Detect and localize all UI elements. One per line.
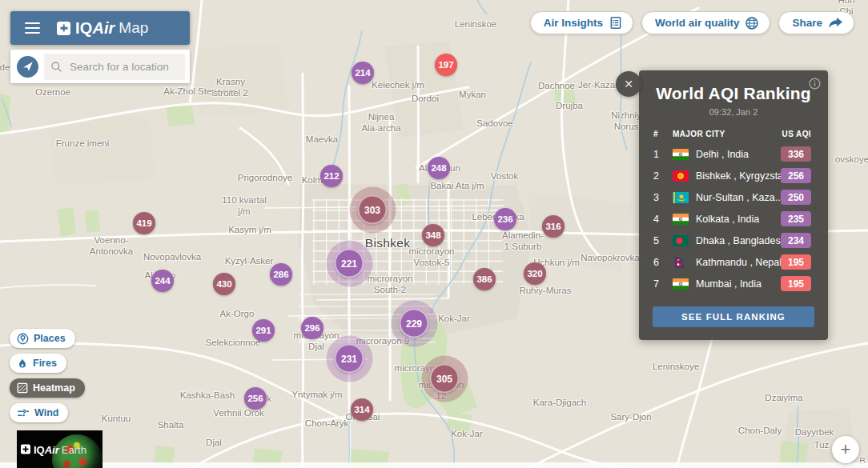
iqair-map-app: Hun ChiKairmaLeninskoeOzernoeAk-Zhol Ste… (0, 0, 868, 468)
heatmap-icon (17, 382, 28, 394)
wind-icon (17, 408, 30, 418)
map-attribution-bar (0, 462, 868, 468)
search-input[interactable] (68, 60, 179, 74)
locate-me-button[interactable] (17, 56, 38, 78)
aqi-station-marker[interactable]: 256 (244, 387, 267, 410)
aqi-badge: 250 (781, 190, 811, 205)
column-aqi: US AQI (782, 130, 811, 138)
ranking-column-headers: # MAJOR CITY US AQI (653, 130, 811, 138)
air-insights-button[interactable]: Air Insights (530, 11, 633, 34)
rank-number: 4 (653, 214, 673, 225)
search-field (44, 54, 185, 80)
aqi-station-marker[interactable]: 305 (430, 364, 460, 394)
zoom-in-button[interactable]: + (832, 436, 859, 463)
globe-icon (745, 16, 759, 30)
list-icon (609, 16, 622, 30)
earth-brand-air: Air (45, 443, 59, 455)
brand-suffix: Map (119, 19, 148, 37)
iqair-earth-logo: IQAir Earth (21, 443, 86, 455)
column-rank: # (653, 130, 673, 138)
ranking-row[interactable]: 1Delhi , India336 (639, 143, 828, 165)
aqi-station-marker[interactable]: 221 (335, 249, 364, 278)
rank-number: 6 (653, 257, 673, 268)
brand-prefix: IQ (75, 19, 93, 38)
heatmap-button-label: Heatmap (33, 382, 75, 394)
aqi-station-marker[interactable]: 430 (213, 273, 235, 295)
wind-button[interactable]: Wind (10, 403, 68, 422)
panel-close-icon[interactable]: ✕ (616, 71, 641, 97)
aqi-station-marker[interactable]: 231 (335, 344, 364, 374)
ranking-row[interactable]: 7Mumbai , India195 (639, 273, 828, 294)
share-button[interactable]: Share (778, 11, 854, 34)
iqair-earth-preview[interactable]: IQAir Earth (17, 430, 102, 468)
aqi-station-marker[interactable]: 214 (352, 62, 374, 84)
aqi-station-marker[interactable]: 248 (428, 157, 450, 179)
ranking-row[interactable]: 2Bishkek , Kyrgyzstan256 (639, 165, 828, 186)
aqi-badge: 336 (781, 146, 811, 162)
ranking-row[interactable]: 6Kathmandu , Nepal195 (639, 251, 828, 273)
hamburger-menu-icon[interactable] (25, 19, 40, 37)
aqi-station-marker[interactable]: 348 (422, 224, 444, 246)
app-header: IQAir Map (10, 11, 190, 45)
fires-button[interactable]: Fires (10, 354, 66, 373)
aqi-badge: 256 (781, 168, 811, 183)
india-flag-icon (673, 149, 689, 160)
world-aqi-ranking-panel: World AQI Ranking 09:32, Jan 2 # MAJOR C… (639, 70, 828, 340)
air-insights-button-label: Air Insights (544, 17, 603, 29)
column-city: MAJOR CITY (673, 130, 782, 138)
flame-icon (17, 358, 28, 370)
navigation-arrow-icon (22, 60, 34, 73)
aqi-station-marker[interactable]: 419 (133, 212, 155, 234)
aqi-station-marker[interactable]: 296 (301, 317, 323, 339)
city-name: Kolkata , India (696, 214, 781, 225)
iqair-plus-icon (57, 22, 70, 35)
aqi-station-marker[interactable]: 314 (351, 398, 373, 421)
info-icon[interactable] (809, 78, 821, 92)
share-button-label: Share (792, 17, 822, 29)
places-button[interactable]: Places (10, 329, 75, 348)
aqi-station-marker[interactable]: 229 (400, 309, 429, 338)
place-pin-icon (17, 333, 29, 345)
rank-number: 7 (653, 278, 673, 290)
ranking-row[interactable]: 3Nur-Sultan , Kaza...250 (639, 186, 828, 208)
heatmap-button[interactable]: Heatmap (10, 378, 85, 398)
share-arrow-icon (828, 17, 843, 29)
city-name: Kathmandu , Nepal (696, 257, 781, 268)
search-icon (50, 61, 62, 73)
aqi-badge: 195 (781, 254, 811, 270)
world-air-quality-button-label: World air quality (655, 17, 740, 29)
ranking-row[interactable]: 5Dhaka , Bangladesh234 (639, 230, 828, 251)
aqi-station-marker[interactable]: 212 (320, 165, 343, 187)
aqi-station-marker[interactable]: 386 (473, 268, 496, 290)
iqair-map-logo: IQAir Map (57, 19, 148, 38)
ranking-row[interactable]: 4Kolkata , India235 (639, 208, 828, 230)
aqi-station-marker[interactable]: 303 (358, 195, 388, 225)
world-air-quality-button[interactable]: World air quality (641, 11, 771, 34)
nepal-flag-icon (673, 257, 689, 268)
places-button-label: Places (34, 333, 66, 344)
city-name: Bishkek , Kyrgyzstan (696, 170, 781, 182)
aqi-station-marker[interactable]: 244 (151, 270, 174, 292)
earth-brand-prefix: IQ (34, 443, 45, 455)
aqi-station-marker[interactable]: 236 (494, 208, 516, 230)
city-name: Delhi , India (696, 149, 781, 160)
city-name: Nur-Sultan , Kaza... (696, 192, 781, 203)
aqi-station-marker[interactable]: 286 (270, 263, 292, 286)
rank-number: 3 (653, 192, 673, 203)
city-name: Mumbai , India (696, 278, 781, 290)
aqi-badge: 195 (781, 276, 811, 291)
see-full-ranking-button[interactable]: SEE FULL RANKING (653, 306, 814, 327)
aqi-station-marker[interactable]: 291 (252, 319, 275, 342)
aqi-station-marker[interactable]: 320 (524, 262, 546, 285)
iqair-plus-icon (21, 445, 30, 454)
rank-number: 1 (653, 149, 673, 160)
rank-number: 5 (653, 235, 673, 246)
aqi-station-marker[interactable]: 316 (542, 215, 565, 238)
fires-button-label: Fires (33, 358, 57, 369)
panel-title: World AQI Ranking (639, 84, 828, 103)
wind-button-label: Wind (34, 407, 58, 418)
brand-air: Air (93, 19, 115, 38)
aqi-station-marker[interactable]: 197 (435, 54, 457, 76)
panel-timestamp: 09:32, Jan 2 (639, 107, 828, 117)
india-flag-icon (673, 214, 689, 225)
